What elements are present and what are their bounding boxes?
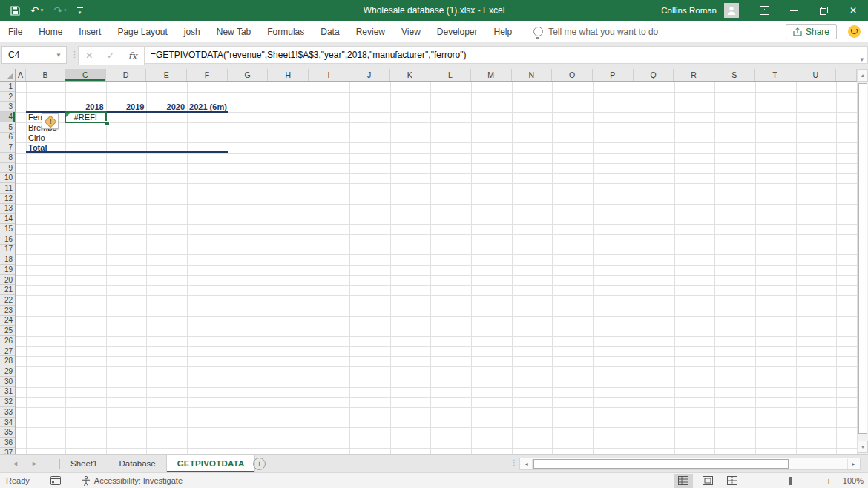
minimize-button[interactable]	[779, 0, 809, 21]
tab-developer[interactable]: Developer	[429, 22, 486, 42]
formula-bar-expand-icon[interactable]: ▾	[860, 56, 864, 63]
page-break-preview-button[interactable]	[723, 474, 742, 488]
scroll-right-button[interactable]: ►	[847, 459, 859, 469]
chevron-down-icon[interactable]: ▾	[41, 7, 44, 13]
column-headers: ABCDEFGHIJKLMNOPQRSTU	[16, 69, 857, 82]
column-header-S[interactable]: S	[714, 69, 755, 81]
scroll-up-button[interactable]: ▲	[858, 69, 868, 82]
column-header-E[interactable]: E	[146, 69, 187, 81]
sheet-tab-sheet1[interactable]: Sheet1	[60, 455, 108, 472]
column-header-O[interactable]: O	[552, 69, 593, 81]
enter-button[interactable]: ✓	[107, 50, 114, 61]
chevron-down-icon[interactable]: ▼	[56, 52, 62, 59]
page-layout-view-button[interactable]	[698, 474, 717, 488]
macro-record-button[interactable]	[50, 476, 61, 485]
feedback-smiley-icon[interactable]	[848, 25, 861, 38]
name-box-value: C4	[8, 50, 19, 60]
insert-function-button[interactable]: fx	[128, 50, 137, 62]
selection-outline[interactable]	[65, 111, 108, 123]
column-header-U[interactable]: U	[795, 69, 836, 81]
gridline	[269, 82, 269, 454]
column-header-R[interactable]: R	[674, 69, 714, 81]
zoom-out-button[interactable]: −	[747, 475, 756, 487]
gridline	[714, 82, 715, 454]
column-header-F[interactable]: F	[187, 69, 228, 81]
sheet-tab-database[interactable]: Database	[108, 455, 165, 472]
select-all-button[interactable]	[0, 69, 16, 82]
save-button[interactable]	[10, 6, 20, 16]
formula-input[interactable]: =GETPIVOTDATA("revenue",Sheet1!$A$3,"yea…	[144, 46, 868, 64]
tab-formulas[interactable]: Formulas	[259, 22, 312, 42]
column-header-H[interactable]: H	[268, 69, 309, 81]
horizontal-scrollbar-thumb[interactable]	[533, 459, 789, 469]
tab-page-layout[interactable]: Page Layout	[109, 22, 175, 42]
scroll-left-button[interactable]: ◄	[521, 459, 533, 469]
undo-button[interactable]: ↶▾	[30, 5, 43, 16]
vertical-scrollbar[interactable]: ▲ ▼	[857, 69, 868, 454]
tab-review[interactable]: Review	[348, 22, 393, 42]
chevron-down-icon: ▾	[79, 11, 82, 14]
sheet-tab-getpivotdata-active[interactable]: GETPIVOTDATA	[166, 455, 256, 472]
fill-handle[interactable]	[105, 121, 110, 126]
tell-me-box[interactable]: Tell me what you want to do	[533, 27, 658, 37]
column-header-B[interactable]: B	[26, 69, 65, 81]
column-header-K[interactable]: K	[390, 69, 431, 81]
zoom-level[interactable]: 100%	[838, 476, 864, 485]
cancel-button[interactable]: ✕	[85, 50, 93, 61]
restore-button[interactable]	[809, 0, 838, 21]
customize-qat-button[interactable]: ▾	[77, 7, 83, 14]
column-header-P[interactable]: P	[593, 69, 634, 81]
cell-F3[interactable]: 2021 (6m)	[187, 102, 228, 112]
column-header-C[interactable]: C	[65, 69, 106, 81]
error-options-button[interactable]: !	[42, 113, 59, 129]
tab-help[interactable]: Help	[486, 22, 521, 42]
account-name[interactable]: Collins Roman	[661, 6, 717, 15]
cell-B6[interactable]: Cirio	[26, 133, 65, 143]
column-header-Q[interactable]: Q	[634, 69, 674, 81]
column-header-G[interactable]: G	[228, 69, 269, 81]
chevron-down-icon[interactable]: ▾	[64, 7, 67, 13]
sheet-nav-left-button[interactable]: ◄	[12, 455, 19, 472]
accessibility-status[interactable]: Accessibility: Investigate	[82, 476, 183, 486]
column-header-N[interactable]: N	[512, 69, 553, 81]
formula-text: =GETPIVOTDATA("revenue",Sheet1!$A$3,"yea…	[151, 50, 466, 60]
gridline	[16, 153, 857, 154]
cell-E3[interactable]: 2020	[146, 102, 187, 112]
name-box[interactable]: C4 ▼	[1, 46, 67, 64]
tab-insert[interactable]: Insert	[70, 22, 109, 42]
gridline	[16, 224, 857, 225]
column-header-L[interactable]: L	[430, 69, 471, 81]
cell-B7[interactable]: Total	[26, 142, 65, 153]
tab-file[interactable]: File	[0, 22, 30, 42]
horizontal-scrollbar[interactable]: ◄ ►	[519, 458, 861, 470]
zoom-slider-handle[interactable]	[789, 477, 792, 485]
share-button[interactable]: Share	[786, 24, 837, 39]
column-header-A[interactable]: A	[16, 69, 26, 81]
tab-data[interactable]: Data	[312, 22, 347, 42]
tab-new-tab[interactable]: New Tab	[208, 22, 259, 42]
vertical-scrollbar-thumb[interactable]	[858, 83, 867, 434]
close-icon: ✕	[849, 5, 857, 16]
sheet-nav-right-button[interactable]: ►	[31, 455, 38, 472]
cell-D3[interactable]: 2019	[106, 102, 147, 112]
column-header-partial[interactable]	[836, 69, 857, 81]
zoom-in-button[interactable]: +	[824, 475, 833, 487]
redo-button[interactable]: ↷▾	[53, 5, 66, 16]
tab-view[interactable]: View	[393, 22, 429, 42]
normal-view-button[interactable]	[674, 474, 693, 488]
scroll-down-button[interactable]: ▼	[858, 441, 868, 453]
column-header-T[interactable]: T	[755, 69, 796, 81]
avatar[interactable]	[724, 3, 739, 18]
zoom-slider[interactable]	[761, 481, 819, 481]
column-header-I[interactable]: I	[309, 69, 349, 81]
new-sheet-button[interactable]: +	[253, 458, 266, 470]
tab-home[interactable]: Home	[30, 22, 70, 42]
close-button[interactable]: ✕	[838, 0, 868, 21]
column-header-J[interactable]: J	[349, 69, 390, 81]
gridline	[106, 82, 107, 454]
column-header-M[interactable]: M	[471, 69, 512, 81]
ribbon-display-options-button[interactable]	[749, 0, 779, 21]
tabbar-resize-handle[interactable]: ⋮	[510, 458, 518, 466]
tab-josh[interactable]: josh	[176, 22, 208, 42]
column-header-D[interactable]: D	[106, 69, 147, 81]
